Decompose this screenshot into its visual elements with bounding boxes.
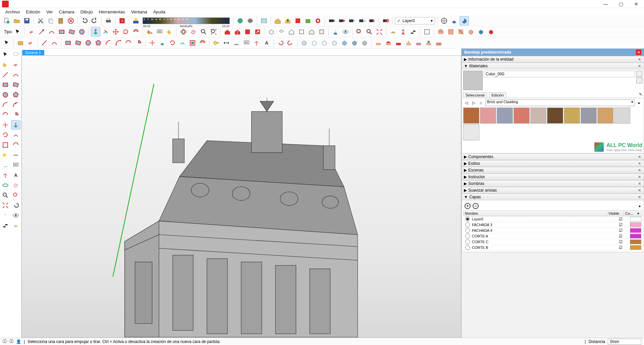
scene-tab-active[interactable]: Escena 1: [22, 50, 44, 55]
menu-ayuda[interactable]: Ayuda: [150, 9, 168, 15]
lt-lasso[interactable]: [11, 50, 20, 59]
layer-color-swatch[interactable]: [630, 228, 641, 233]
distance-input[interactable]: 0mm: [608, 339, 641, 345]
lt-pie[interactable]: [11, 110, 20, 120]
lt-zoom-window[interactable]: [11, 191, 20, 200]
menu-ver[interactable]: Ver: [44, 9, 56, 15]
material-tab-select[interactable]: Seleccionar: [463, 92, 487, 98]
lt-dimension[interactable]: [11, 150, 20, 160]
lt-protractor[interactable]: [1, 160, 10, 170]
view-top-icon[interactable]: [277, 27, 286, 37]
lt-select[interactable]: [1, 50, 10, 59]
add-layer-button[interactable]: +: [465, 203, 471, 209]
circle-tool[interactable]: [77, 27, 87, 37]
default-material-button[interactable]: [636, 77, 642, 83]
camera-prev-button[interactable]: [327, 16, 336, 25]
layer-visible-checkbox[interactable]: ☑: [612, 222, 629, 227]
material-nav-forward[interactable]: ▷: [471, 100, 477, 106]
rotated-rect-tool[interactable]: [67, 27, 76, 37]
panel-close-icon[interactable]: ✕: [637, 57, 642, 62]
look-around-button[interactable]: [341, 27, 350, 37]
menu-edicion[interactable]: Edición: [23, 9, 43, 15]
sandbox3-button[interactable]: [394, 38, 403, 48]
lt-text[interactable]: A1: [11, 160, 20, 170]
tape-tool[interactable]: [212, 38, 221, 48]
material-tab-edit[interactable]: Edición: [489, 92, 506, 98]
sort-arrow-icon[interactable]: ▴: [637, 211, 642, 216]
layer-active-radio[interactable]: [465, 228, 470, 233]
eraser-tool[interactable]: [27, 27, 36, 37]
lt-axes[interactable]: [1, 170, 10, 180]
lt-rotrect[interactable]: [11, 80, 20, 89]
lt-paint[interactable]: [1, 60, 10, 69]
paint-bucket-tool[interactable]: [145, 27, 154, 37]
send-layout-button[interactable]: [253, 27, 262, 37]
nav-next-button[interactable]: [286, 38, 295, 48]
lt-arc2[interactable]: [11, 100, 20, 110]
material-swatch[interactable]: [514, 108, 530, 124]
panel-close-icon[interactable]: ✕: [637, 155, 642, 159]
zoom-tool[interactable]: [199, 27, 208, 37]
current-material-swatch[interactable]: [463, 71, 483, 90]
lt-polygon[interactable]: [11, 90, 20, 99]
lt-line[interactable]: [1, 70, 10, 79]
material-swatch[interactable]: [480, 108, 496, 124]
photo-texture-button[interactable]: [259, 16, 269, 25]
sandbox1-button[interactable]: [374, 38, 383, 48]
material-details-button[interactable]: ▸: [636, 100, 642, 106]
panel-close-icon[interactable]: ✕: [637, 188, 642, 193]
copy-button[interactable]: [46, 16, 55, 25]
window-close-button[interactable]: ✕: [629, 0, 644, 8]
person-status-icon[interactable]: 👤: [16, 339, 21, 344]
panel-close-icon[interactable]: ✕: [637, 161, 642, 166]
camera-record-button[interactable]: [337, 16, 346, 25]
eraser2-tool[interactable]: [26, 38, 35, 48]
layer-col-name[interactable]: Nombre: [464, 211, 607, 216]
rotate-tool[interactable]: [121, 27, 130, 37]
material-swatch[interactable]: [614, 108, 630, 124]
camera-loop-button[interactable]: [357, 16, 367, 25]
model-info-button[interactable]: i: [117, 16, 127, 25]
panel-materials[interactable]: ▼ Materiales ✕: [462, 63, 644, 69]
undo-button[interactable]: [80, 16, 89, 25]
move2-tool[interactable]: [148, 38, 157, 48]
lt-freehand[interactable]: [11, 70, 20, 79]
lt-pan[interactable]: [11, 181, 20, 190]
warehouse-get-button[interactable]: [273, 16, 282, 25]
window-minimize-button[interactable]: —: [598, 0, 613, 8]
lt-followme[interactable]: [11, 130, 20, 140]
warehouse-share-button[interactable]: [283, 16, 292, 25]
material-name-input[interactable]: Color_000: [484, 71, 635, 77]
layer-active-radio[interactable]: [465, 217, 470, 221]
layer-row[interactable]: FACHADA 4 ☑: [463, 228, 642, 233]
walk-button[interactable]: [409, 27, 418, 37]
layer-visible-checkbox[interactable]: ☑: [612, 228, 629, 233]
lt-rect[interactable]: [1, 80, 10, 89]
lt-arc3[interactable]: [1, 110, 10, 120]
view-iso-button[interactable]: [460, 16, 469, 25]
pie-tool[interactable]: [134, 38, 143, 48]
pushpull2-tool[interactable]: [158, 38, 167, 48]
solid-button[interactable]: [486, 27, 496, 37]
view-left-icon[interactable]: [317, 27, 326, 37]
style-wireframe-button[interactable]: [320, 38, 329, 48]
section-cube-button[interactable]: [466, 27, 476, 37]
followme-tool[interactable]: [101, 27, 110, 37]
geo-toggle-button[interactable]: [246, 16, 255, 25]
panel-soften[interactable]: ▶Suavizar aristas✕: [462, 187, 644, 194]
tray-close-button[interactable]: ✕: [636, 50, 641, 55]
layer-row[interactable]: CORTE B ☑: [463, 245, 642, 251]
help-icon[interactable]: ⓘ: [9, 339, 13, 344]
scale-tool[interactable]: [188, 38, 197, 48]
lt-move[interactable]: [1, 120, 10, 130]
component-send-button[interactable]: [303, 16, 313, 25]
panel-close-icon[interactable]: ✕: [637, 168, 642, 172]
arc2-tool[interactable]: [114, 38, 123, 48]
select-tool[interactable]: [13, 27, 22, 37]
shadow-time-slider[interactable]: E F M A M J J A S O N D 06:42 Mediodía 1…: [143, 17, 230, 24]
layer-color-swatch[interactable]: [630, 222, 641, 227]
layer-color-swatch[interactable]: [630, 234, 641, 238]
material-swatch[interactable]: [497, 108, 513, 124]
dimension-tool[interactable]: [222, 38, 231, 48]
text2-tool[interactable]: A1: [242, 38, 251, 48]
